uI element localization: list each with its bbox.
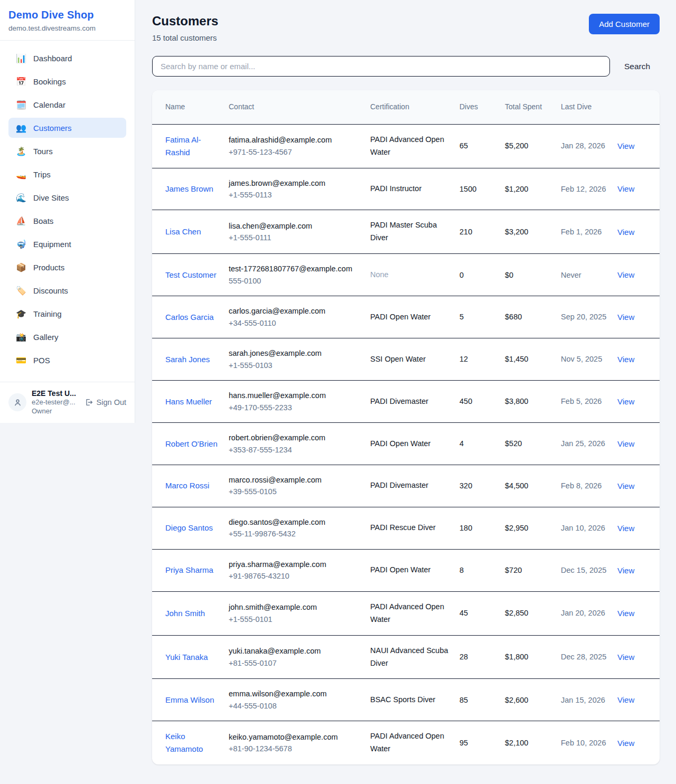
view-link[interactable]: View [617,695,634,704]
view-link[interactable]: View [617,355,634,364]
sidebar-item-gallery[interactable]: 📸 Gallery [8,327,126,347]
sidebar-item-boats[interactable]: ⛵ Boats [8,211,126,231]
customer-name-link[interactable]: Yuki Tanaka [165,653,208,662]
customer-name-link[interactable]: Carlos Garcia [165,313,214,322]
customer-total-spent: $1,450 [505,338,561,381]
view-link[interactable]: View [617,609,634,618]
customer-name-link[interactable]: Priya Sharma [165,565,213,574]
customer-certification: PADI Divemaster [370,381,459,423]
customer-email: lisa.chen@example.com [229,220,364,232]
sidebar-item-pos[interactable]: 💳 POS [8,350,126,370]
customer-dives: 95 [459,721,505,765]
column-header-contact: Contact [229,90,370,124]
calendar-icon: 📅 [16,77,26,87]
view-link[interactable]: View [617,481,634,490]
view-link[interactable]: View [617,566,634,575]
sidebar-item-tours[interactable]: 🏝️ Tours [8,141,126,161]
sidebar-item-calendar[interactable]: 🗓️ Calendar [8,95,126,115]
view-link[interactable]: View [617,524,634,533]
customer-phone: +39-555-0105 [229,486,364,497]
customer-last-dive: Dec 15, 2025 [561,549,617,591]
column-header-certification: Certification [370,90,459,124]
view-link[interactable]: View [617,141,634,150]
diving-mask-icon: 🤿 [16,239,26,249]
sidebar-nav: 📊 Dashboard 📅 Bookings 🗓️ Calendar 👥 Cus… [0,41,135,382]
table-row: Sarah Jones sarah.jones@example.com +1-5… [152,338,660,381]
page-title: Customers [152,14,218,29]
customer-name-link[interactable]: Emma Wilson [165,695,214,704]
customer-name-link[interactable]: Keiko Yamamoto [165,732,203,753]
sidebar-item-discounts[interactable]: 🏷️ Discounts [8,280,126,300]
view-link[interactable]: View [617,739,634,748]
customer-name-link[interactable]: John Smith [165,609,205,618]
customer-last-dive: Nov 5, 2025 [561,338,617,381]
customer-phone: +1-555-0101 [229,613,364,625]
sidebar-item-training[interactable]: 🎓 Training [8,304,126,324]
customer-last-dive: Jan 25, 2026 [561,423,617,465]
customer-last-dive: Sep 20, 2025 [561,296,617,338]
sidebar-item-equipment[interactable]: 🤿 Equipment [8,234,126,254]
customer-total-spent: $0 [505,254,561,296]
view-link[interactable]: View [617,313,634,322]
customer-phone: +1-555-0111 [229,232,364,243]
customer-total-spent: $2,950 [505,507,561,549]
customer-name-link[interactable]: Marco Rossi [165,481,209,490]
search-input[interactable] [152,56,610,77]
customer-last-dive: Feb 5, 2026 [561,381,617,423]
customer-name-link[interactable]: Sarah Jones [165,355,210,364]
customer-total-spent: $2,850 [505,591,561,635]
view-link[interactable]: View [617,439,634,448]
sign-out-icon [84,398,93,407]
view-link[interactable]: View [617,184,634,193]
customer-email: priya.sharma@example.com [229,559,364,570]
customer-name-link[interactable]: Fatima Al-Rashid [165,135,201,157]
sidebar-item-customers[interactable]: 👥 Customers [8,118,126,138]
customer-name-link[interactable]: Hans Mueller [165,397,212,406]
customer-certification: NAUI Advanced Scuba Diver [370,635,459,679]
customer-name-link[interactable]: Lisa Chen [165,227,201,236]
customer-email: emma.wilson@example.com [229,688,364,700]
customer-certification: PADI Advanced Open Water [370,124,459,168]
speedboat-icon: 🚤 [16,169,26,180]
search-button[interactable]: Search [624,62,650,71]
customer-certification: PADI Instructor [370,168,459,210]
view-link[interactable]: View [617,228,634,237]
customers-table-card: NameContactCertificationDivesTotal Spent… [152,90,660,764]
table-row: Robert O'Brien robert.obrien@example.com… [152,423,660,465]
sidebar-item-bookings[interactable]: 📅 Bookings [8,71,126,91]
column-header-actions [617,90,660,124]
customer-name-link[interactable]: Robert O'Brien [165,439,218,448]
customers-table: NameContactCertificationDivesTotal Spent… [152,90,660,764]
customer-last-dive: Never [561,254,617,296]
customer-name-link[interactable]: Test Customer [165,270,217,279]
sidebar-item-trips[interactable]: 🚤 Trips [8,164,126,184]
view-link[interactable]: View [617,397,634,406]
table-row: Test Customer test-1772681807767@example… [152,254,660,296]
add-customer-button[interactable]: Add Customer [589,14,660,34]
table-header-row: NameContactCertificationDivesTotal Spent… [152,90,660,124]
view-link[interactable]: View [617,270,634,279]
camera-icon: 📸 [16,332,26,342]
customer-phone: +81-90-1234-5678 [229,743,364,754]
customer-total-spent: $2,600 [505,679,561,721]
customer-email: yuki.tanaka@example.com [229,645,364,657]
sidebar-item-dive-sites[interactable]: 🌊 Dive Sites [8,187,126,207]
customer-count: 15 total customers [152,33,218,42]
customer-dives: 4 [459,423,505,465]
sign-out-button[interactable]: Sign Out [84,398,126,407]
customer-name-link[interactable]: James Brown [165,184,213,193]
customer-name-link[interactable]: Diego Santos [165,523,213,532]
customer-phone: +1-555-0113 [229,189,364,201]
customer-last-dive: Jan 28, 2026 [561,124,617,168]
sailboat-icon: ⛵ [16,216,26,226]
customer-dives: 450 [459,381,505,423]
view-link[interactable]: View [617,653,634,662]
customer-email: fatima.alrashid@example.com [229,134,364,146]
sidebar-item-products[interactable]: 📦 Products [8,257,126,277]
customer-dives: 85 [459,679,505,721]
customer-last-dive: Feb 12, 2026 [561,168,617,210]
customer-certification: PADI Advanced Open Water [370,591,459,635]
table-row: Carlos Garcia carlos.garcia@example.com … [152,296,660,338]
customer-certification: BSAC Sports Diver [370,679,459,721]
sidebar-item-dashboard[interactable]: 📊 Dashboard [8,48,126,68]
